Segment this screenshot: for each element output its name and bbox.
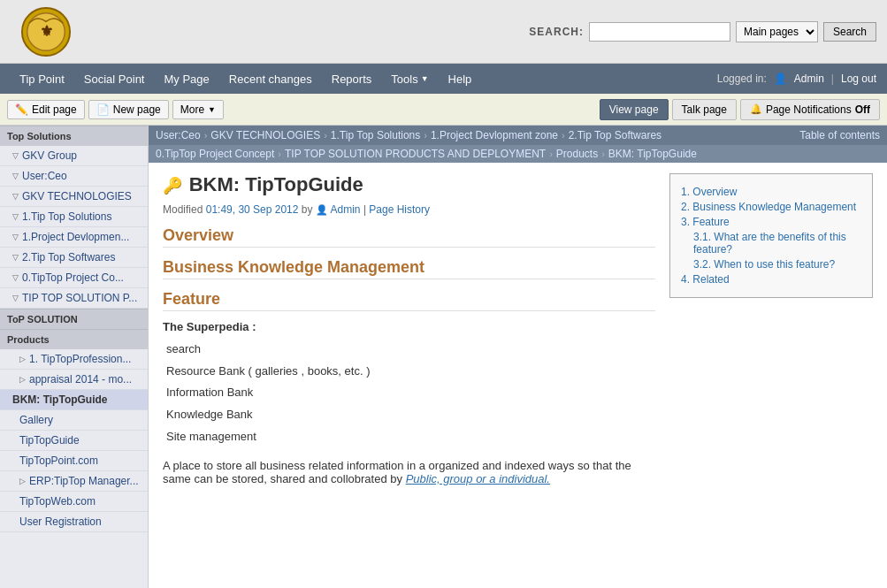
breadcrumb-tpc[interactable]: 0.TipTop Project Concept: [156, 148, 274, 160]
nav-help[interactable]: Help: [440, 67, 481, 91]
sidebar-item-ttpoint[interactable]: TipTopPoint.com: [0, 451, 148, 471]
sidebar-item-userreg[interactable]: User Registration: [0, 512, 148, 532]
footer-text: A place to store all business related in…: [163, 459, 631, 485]
toc-item-31: 3.1. What are the benefits of this featu…: [693, 231, 861, 256]
sidebar-label: TipTopPoint.com: [19, 454, 98, 467]
sidebar: Top Solutions ▽ GKV Group ▽ User:Ceo ▽ G…: [0, 126, 149, 588]
bc-sep-2: ›: [324, 130, 327, 141]
toc-item-2: 2. Business Knowledge Management: [681, 201, 861, 213]
modified-date-link[interactable]: 01:49, 30 Sep 2012: [206, 203, 299, 216]
toc-item-3: 3. Feature: [681, 216, 861, 228]
feature-item-search: search: [163, 340, 655, 359]
main-layout: Top Solutions ▽ GKV Group ▽ User:Ceo ▽ G…: [0, 126, 887, 588]
toolbar-right: View page Talk page 🔔 Page Notifications…: [600, 99, 880, 120]
new-page-button[interactable]: 📄 New page: [88, 100, 169, 119]
sidebar-item-ttsp[interactable]: ▽ TIP TOP SOLUTION P...: [0, 288, 148, 309]
tools-dropdown-icon: ▼: [421, 74, 429, 83]
bc-sep-4: ›: [562, 130, 565, 141]
content-area: User:Ceo › GKV TECHNOLOGIES › 1.Tip Top …: [149, 126, 887, 588]
bell-icon: 🔔: [750, 103, 762, 115]
breadcrumb-tts[interactable]: 1.Tip Top Solutions: [331, 129, 420, 141]
nav-separator: |: [831, 73, 834, 85]
sidebar-item-user-ceo[interactable]: ▽ User:Ceo: [0, 166, 148, 187]
feature-item-knowledge: Knowledge Bank: [163, 406, 655, 424]
toc-item-4: 4. Related: [681, 273, 861, 286]
sidebar-label: Gallery: [19, 414, 53, 426]
admin-link[interactable]: Admin: [794, 73, 824, 85]
nav-recent-changes[interactable]: Recent changes: [220, 67, 321, 91]
sidebar-item-ttguide[interactable]: TipTopGuide: [0, 431, 148, 451]
chevron-icon: ▽: [12, 273, 19, 282]
sidebar-item-erp[interactable]: ▷ ERP:TipTop Manager...: [0, 471, 148, 492]
more-button[interactable]: More ▼: [172, 100, 224, 119]
nav-social-point[interactable]: Social Point: [75, 67, 154, 91]
feature-item-resource: Resource Bank ( galleries , books, etc. …: [163, 363, 655, 381]
sidebar-item-gallery[interactable]: Gallery: [0, 410, 148, 431]
author-link[interactable]: Admin: [331, 203, 361, 216]
footer-link[interactable]: Public, group or a individual.: [406, 472, 550, 485]
new-page-label: New page: [113, 103, 161, 116]
toc-link-32[interactable]: 3.2. When to use this feature?: [693, 258, 835, 271]
sidebar-item-gkv-group[interactable]: ▽ GKV Group: [0, 146, 148, 166]
sidebar-item-bkm[interactable]: BKM: TipTopGuide: [0, 390, 148, 410]
sidebar-item-pdm[interactable]: ▽ 1.Project Devlopmen...: [0, 227, 148, 248]
sidebar-label: User:Ceo: [22, 170, 67, 182]
toc-link-related[interactable]: 4. Related: [681, 273, 730, 286]
nav-my-page[interactable]: My Page: [155, 67, 218, 91]
search-scope-select[interactable]: Main pages All pages Users: [736, 21, 818, 42]
breadcrumb-bkm[interactable]: BKM: TipTopGuide: [608, 148, 697, 160]
toc-link-31[interactable]: 3.1. What are the benefits of this featu…: [693, 231, 846, 256]
nav-right: Logged in: 👤 Admin | Log out: [717, 73, 876, 85]
breadcrumb-gkv[interactable]: GKV TECHNOLOGIES: [210, 129, 320, 141]
sidebar-label: TipTopGuide: [19, 434, 80, 447]
bc2-sep-2: ›: [549, 149, 553, 159]
sidebar-item-tpc[interactable]: ▽ 0.TipTop Project Co...: [0, 268, 148, 288]
page-main: 🔑 BKM: TipTopGuide Modified 01:49, 30 Se…: [163, 173, 655, 485]
page-notifications-label: Page Notifications: [766, 103, 852, 116]
toc-link-feature[interactable]: 3. Feature: [681, 216, 730, 228]
edit-page-button[interactable]: ✏️ Edit page: [7, 100, 85, 119]
new-page-icon: 📄: [96, 103, 110, 116]
page-notifications-button[interactable]: 🔔 Page Notifications Off: [740, 99, 880, 120]
page-title-area: 🔑 BKM: TipTopGuide: [163, 173, 655, 196]
search-input[interactable]: [589, 22, 730, 42]
breadcrumb-toc-link[interactable]: Table of contents: [799, 129, 880, 141]
breadcrumb-tts2[interactable]: 2.Tip Top Softwares: [569, 129, 661, 141]
breadcrumb-ttspd[interactable]: TIP TOP SOLUTION PRODUCTS AND DEPLOYMENT: [285, 148, 546, 160]
feature-heading: Feature: [163, 290, 655, 311]
modified-label: Modified: [163, 203, 203, 216]
feature-footer: A place to store all business related in…: [163, 459, 655, 485]
nav-tip-point[interactable]: Tip Point: [11, 67, 73, 91]
breadcrumb-user-ceo[interactable]: User:Ceo: [156, 129, 201, 141]
talk-page-button[interactable]: Talk page: [672, 99, 737, 120]
chevron-icon: ▽: [12, 151, 19, 160]
toc-item-32: 3.2. When to use this feature?: [693, 258, 861, 271]
nav-tools-label: Tools: [391, 73, 417, 86]
nav-tools[interactable]: Tools ▼: [382, 67, 437, 91]
products-header: Products: [0, 329, 148, 349]
search-button[interactable]: Search: [823, 22, 876, 42]
superpedia-label: The Superpedia :: [163, 320, 256, 333]
sidebar-item-appr[interactable]: ▷ appraisal 2014 - mo...: [0, 370, 148, 390]
sidebar-item-ttsw[interactable]: ▽ 2.Tip Top Softwares: [0, 248, 148, 268]
sidebar-label: 1.Project Devlopmen...: [22, 231, 129, 243]
sidebar-item-ttweb[interactable]: TipTopWeb.com: [0, 492, 148, 512]
edit-page-label: Edit page: [32, 103, 77, 116]
breadcrumb-prod[interactable]: Products: [556, 148, 598, 160]
sidebar-item-ttp[interactable]: ▷ 1. TipTopProfession...: [0, 349, 148, 370]
sidebar-item-tts[interactable]: ▽ 1.Tip Top Solutions: [0, 207, 148, 227]
toc-link-bkm[interactable]: 2. Business Knowledge Management: [681, 201, 856, 213]
breadcrumb-pdz[interactable]: 1.Project Devlopment zone: [431, 129, 558, 141]
chevron-icon: ▽: [12, 294, 19, 302]
bc2-sep-1: ›: [278, 149, 281, 159]
chevron-right-icon: ▷: [19, 375, 26, 384]
nav-reports[interactable]: Reports: [323, 67, 381, 91]
toc-link-overview[interactable]: 1. Overview: [681, 186, 737, 198]
logout-link[interactable]: Log out: [841, 73, 876, 85]
view-page-button[interactable]: View page: [600, 99, 669, 120]
page-content: 🔑 BKM: TipTopGuide Modified 01:49, 30 Se…: [149, 163, 887, 496]
sidebar-item-gkv-tech[interactable]: ▽ GKV TECHNOLOGIES: [0, 187, 148, 207]
page-history-link[interactable]: Page History: [369, 203, 430, 216]
sidebar-label: ERP:TipTop Manager...: [29, 475, 139, 487]
feature-item-site: Site management: [163, 428, 655, 447]
